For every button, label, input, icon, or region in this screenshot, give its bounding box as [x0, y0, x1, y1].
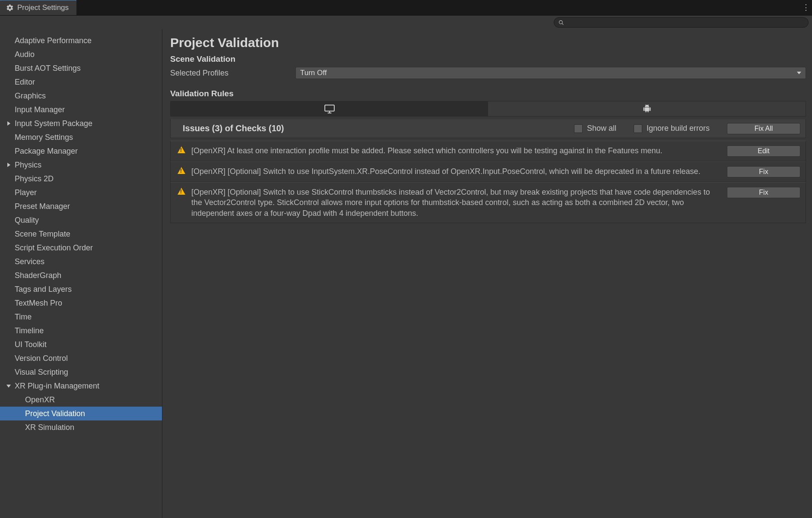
sidebar-item[interactable]: Audio	[0, 47, 162, 61]
sidebar-item[interactable]: Graphics	[0, 89, 162, 103]
toolbar	[0, 16, 812, 29]
sidebar-item[interactable]: Physics	[0, 158, 162, 172]
fix-all-button[interactable]: Fix All	[727, 123, 800, 134]
sidebar-item[interactable]: Preset Manager	[0, 199, 162, 213]
platform-tabs	[170, 101, 806, 117]
sidebar-item-label: Project Validation	[25, 409, 85, 418]
sidebar-item[interactable]: XR Simulation	[0, 420, 162, 434]
sidebar-item[interactable]: UI Toolkit	[0, 338, 162, 351]
sidebar-item[interactable]: Package Manager	[0, 144, 162, 158]
settings-sidebar: Adaptive PerformanceAudioBurst AOT Setti…	[0, 29, 162, 518]
sidebar-item[interactable]: TextMesh Pro	[0, 296, 162, 310]
page-title: Project Validation	[170, 35, 806, 50]
sidebar-item-label: Burst AOT Settings	[15, 64, 81, 73]
sidebar-item[interactable]: OpenXR	[0, 393, 162, 407]
sidebar-item[interactable]: Script Execution Order	[0, 241, 162, 255]
chevron-down-icon	[797, 72, 801, 74]
issue-row: [OpenXR] [Optional] Switch to use InputS…	[170, 161, 806, 182]
issue-text: [OpenXR] At least one interaction profil…	[191, 145, 717, 156]
sidebar-item-label: Player	[15, 188, 37, 197]
sidebar-item-label: Input System Package	[15, 119, 92, 128]
sidebar-item-label: Visual Scripting	[15, 368, 68, 377]
sidebar-item-label: Package Manager	[15, 147, 78, 156]
sidebar-item[interactable]: Input Manager	[0, 103, 162, 117]
sidebar-item-label: Quality	[15, 216, 39, 225]
show-all-checkbox[interactable]: Show all	[574, 124, 616, 133]
ignore-label: Ignore build errors	[647, 124, 710, 133]
window-menu-button[interactable]: ⋮	[800, 0, 812, 15]
sidebar-item[interactable]: Services	[0, 255, 162, 268]
sidebar-item[interactable]: Burst AOT Settings	[0, 61, 162, 75]
selected-profiles-label: Selected Profiles	[170, 69, 295, 78]
sidebar-item[interactable]: Visual Scripting	[0, 365, 162, 379]
sidebar-item[interactable]: ShaderGraph	[0, 268, 162, 282]
validation-rules-heading: Validation Rules	[170, 89, 806, 98]
sidebar-item-label: ShaderGraph	[15, 271, 61, 280]
issues-header: Issues (3) of Checks (10) Show all Ignor…	[170, 119, 806, 138]
issue-text: [OpenXR] [Optional] Switch to use InputS…	[191, 166, 717, 177]
project-settings-window: Project Settings ⋮ Adaptive PerformanceA…	[0, 0, 812, 518]
sidebar-item-label: OpenXR	[25, 395, 55, 404]
sidebar-item-label: Scene Template	[15, 230, 70, 239]
issues-list: [OpenXR] At least one interaction profil…	[170, 141, 806, 223]
warning-icon	[178, 188, 186, 195]
search-input[interactable]	[554, 17, 809, 28]
sidebar-item-label: Input Manager	[15, 105, 65, 114]
sidebar-item[interactable]: XR Plug-in Management	[0, 379, 162, 393]
selected-profiles-dropdown[interactable]: Turn Off	[295, 67, 806, 79]
fix-button[interactable]: Fix	[727, 187, 800, 198]
fix-all-label: Fix All	[755, 125, 773, 133]
sidebar-item[interactable]: Memory Settings	[0, 130, 162, 144]
button-label: Fix	[759, 168, 768, 176]
svg-marker-3	[7, 163, 10, 167]
sidebar-item-label: UI Toolkit	[15, 340, 47, 349]
edit-button[interactable]: Edit	[727, 145, 800, 157]
platform-tab-android[interactable]	[488, 101, 806, 116]
sidebar-item[interactable]: Adaptive Performance	[0, 34, 162, 47]
issue-actions: Edit	[723, 145, 800, 157]
issue-text: [OpenXR] [Optional] Switch to use StickC…	[191, 187, 717, 218]
sidebar-item[interactable]: Quality	[0, 213, 162, 227]
svg-rect-5	[325, 105, 334, 111]
monitor-icon	[324, 104, 335, 114]
content-panel: Project Validation Scene Validation Sele…	[162, 29, 812, 518]
sidebar-item[interactable]: Tags and Layers	[0, 282, 162, 296]
warning-icon	[178, 146, 186, 153]
sidebar-item-label: Physics	[15, 161, 41, 170]
button-label: Fix	[759, 189, 768, 196]
sidebar-item-label: Preset Manager	[15, 202, 70, 211]
sidebar-item-label: Version Control	[15, 354, 68, 363]
svg-marker-4	[6, 385, 11, 388]
sidebar-item-label: XR Plug-in Management	[15, 382, 99, 391]
checkbox-box	[574, 124, 583, 133]
sidebar-item[interactable]: Physics 2D	[0, 172, 162, 186]
show-all-label: Show all	[587, 124, 616, 133]
sidebar-item[interactable]: Editor	[0, 75, 162, 89]
sidebar-item[interactable]: Timeline	[0, 324, 162, 338]
tab-project-settings[interactable]: Project Settings	[0, 0, 76, 15]
window-tabbar: Project Settings ⋮	[0, 0, 812, 16]
svg-point-0	[559, 20, 563, 24]
sidebar-item[interactable]: Time	[0, 310, 162, 324]
sidebar-item[interactable]: Input System Package	[0, 117, 162, 130]
sidebar-item-label: Time	[15, 313, 32, 322]
sidebar-item[interactable]: Player	[0, 186, 162, 199]
svg-marker-2	[7, 121, 10, 126]
selected-profiles-row: Selected Profiles Turn Off	[170, 66, 806, 79]
sidebar-item-label: Script Execution Order	[15, 243, 93, 253]
issue-actions: Fix	[723, 166, 800, 177]
ignore-build-errors-checkbox[interactable]: Ignore build errors	[634, 124, 710, 133]
sidebar-item-label: TextMesh Pro	[15, 299, 62, 308]
sidebar-item[interactable]: Version Control	[0, 351, 162, 365]
android-icon	[642, 104, 652, 113]
sidebar-item[interactable]: Scene Template	[0, 227, 162, 241]
sidebar-item[interactable]: Project Validation	[0, 407, 162, 420]
sidebar-item-label: Editor	[15, 78, 35, 87]
sidebar-item-label: Timeline	[15, 326, 44, 335]
foldout-open-icon	[6, 383, 11, 388]
button-label: Edit	[758, 147, 770, 155]
sidebar-item-label: Services	[15, 257, 44, 266]
fix-button[interactable]: Fix	[727, 166, 800, 177]
platform-tab-desktop[interactable]	[171, 101, 488, 116]
checkbox-box	[634, 124, 642, 133]
